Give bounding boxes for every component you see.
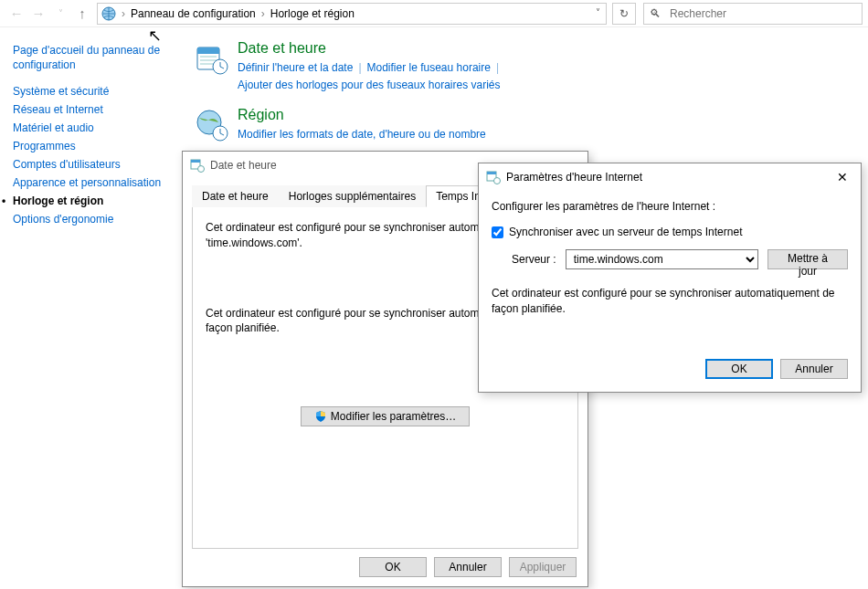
cursor-icon: ↖︎ <box>148 26 162 46</box>
recent-dropdown[interactable]: ˅ <box>49 3 71 25</box>
breadcrumb-dropdown-icon[interactable]: ˅ <box>596 7 600 17</box>
sidebar-item-clock-region[interactable]: Horloge et région <box>13 195 170 207</box>
svg-rect-2 <box>197 47 219 54</box>
update-now-button[interactable]: Mettre à jour <box>767 249 848 269</box>
up-button[interactable]: ↑ <box>71 3 93 25</box>
breadcrumb[interactable]: › Panneau de configuration › Horloge et … <box>97 3 607 25</box>
breadcrumb-root[interactable]: Panneau de configuration <box>125 7 261 20</box>
category-date-time: Date et heure Définir l'heure et la date… <box>194 40 857 94</box>
cancel-button[interactable]: Annuler <box>434 557 502 577</box>
dialog-title: Date et heure <box>210 159 277 172</box>
tab-additional-clocks[interactable]: Horloges supplémentaires <box>279 185 426 207</box>
instruction-text: Configurer les paramètres de l'heure Int… <box>492 200 848 213</box>
cancel-button[interactable]: Annuler <box>780 359 848 379</box>
sync-checkbox-label: Synchroniser avec un serveur de temps In… <box>509 226 742 238</box>
change-settings-button[interactable]: Modifier les paramètres… <box>301 406 470 426</box>
refresh-button[interactable]: ↻ <box>612 3 636 25</box>
link-add-clocks[interactable]: Ajouter des horloges pour des fuseaux ho… <box>238 79 501 91</box>
calendar-clock-icon <box>190 158 205 173</box>
search-box[interactable]: 🔍︎ <box>643 3 863 25</box>
apply-button[interactable]: Appliquer <box>509 557 577 577</box>
svg-point-18 <box>494 178 501 184</box>
sidebar-item-network[interactable]: Réseau et Internet <box>13 103 170 116</box>
sidebar-item-system[interactable]: Système et sécurité <box>13 85 170 98</box>
close-button[interactable]: ✕ <box>831 170 853 184</box>
ok-button[interactable]: OK <box>705 359 773 379</box>
forward-button[interactable]: → <box>27 3 49 25</box>
category-title-date-time[interactable]: Date et heure <box>238 40 504 57</box>
dialog-title: Paramètres d'heure Internet <box>506 171 642 184</box>
breadcrumb-leaf[interactable]: Horloge et région <box>265 7 360 20</box>
link-set-time[interactable]: Définir l'heure et la date <box>238 61 353 74</box>
category-region: Région Modifier les formats de date, d'h… <box>194 107 857 143</box>
back-button[interactable]: ← <box>5 3 27 25</box>
search-input[interactable] <box>668 6 856 21</box>
sidebar: ↖︎ Page d'accueil du panneau de configur… <box>0 27 183 589</box>
address-bar: ← → ˅ ↑ › Panneau de configuration › Hor… <box>0 0 868 27</box>
server-label: Serveur : <box>512 253 556 266</box>
sidebar-item-appearance[interactable]: Apparence et personnalisation <box>13 176 170 189</box>
change-settings-label: Modifier les paramètres… <box>331 410 456 423</box>
schedule-text: Cet ordinateur est configuré pour se syn… <box>492 286 848 317</box>
sync-checkbox[interactable] <box>492 226 503 238</box>
shield-icon <box>314 410 327 423</box>
svg-rect-14 <box>191 160 200 163</box>
control-panel-icon <box>101 6 116 21</box>
sidebar-item-hardware[interactable]: Matériel et audio <box>13 121 170 134</box>
tab-date-time[interactable]: Date et heure <box>192 185 279 207</box>
sidebar-item-accounts[interactable]: Comptes d'utilisateurs <box>13 158 170 171</box>
link-timezone[interactable]: Modifier le fuseau horaire <box>367 61 491 74</box>
globe-clock-icon <box>194 107 230 143</box>
search-icon: 🔍︎ <box>650 7 661 20</box>
control-panel-home-link[interactable]: Page d'accueil du panneau de configurati… <box>13 44 170 72</box>
calendar-clock-icon <box>486 170 501 184</box>
svg-point-15 <box>198 166 205 173</box>
category-title-region[interactable]: Région <box>238 107 486 123</box>
dialog-internet-time-settings: Paramètres d'heure Internet ✕ Configurer… <box>478 163 862 393</box>
svg-rect-17 <box>487 172 496 174</box>
sidebar-item-programs[interactable]: Programmes <box>13 140 170 153</box>
calendar-clock-icon <box>194 40 230 77</box>
link-change-formats[interactable]: Modifier les formats de date, d'heure ou… <box>238 128 486 141</box>
ok-button[interactable]: OK <box>359 557 427 577</box>
server-select[interactable]: time.windows.com <box>566 249 758 269</box>
sidebar-item-ease[interactable]: Options d'ergonomie <box>13 213 170 226</box>
dialog-titlebar[interactable]: Paramètres d'heure Internet ✕ <box>479 163 861 191</box>
